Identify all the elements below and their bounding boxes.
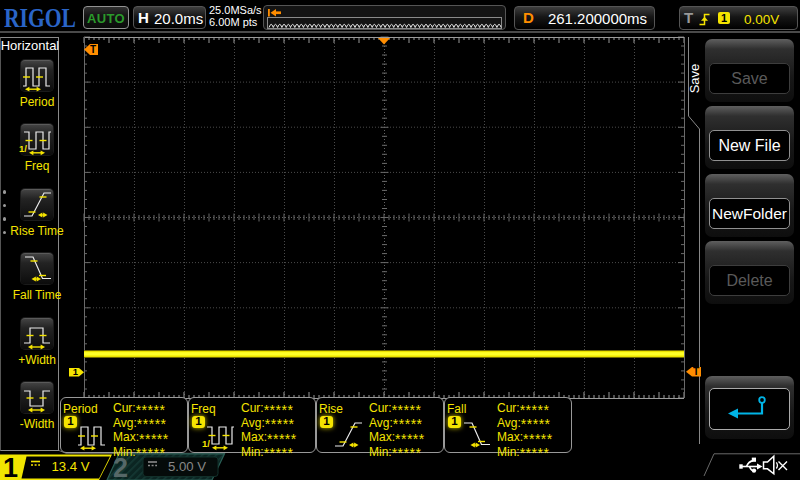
svg-text:1: 1 — [3, 453, 18, 480]
svg-text:1: 1 — [73, 366, 79, 377]
svg-text:5.00 V: 5.00 V — [168, 459, 206, 474]
svg-text:T: T — [90, 44, 96, 55]
svg-text:T: T — [693, 366, 699, 377]
svg-text:13.4 V: 13.4 V — [52, 459, 90, 474]
